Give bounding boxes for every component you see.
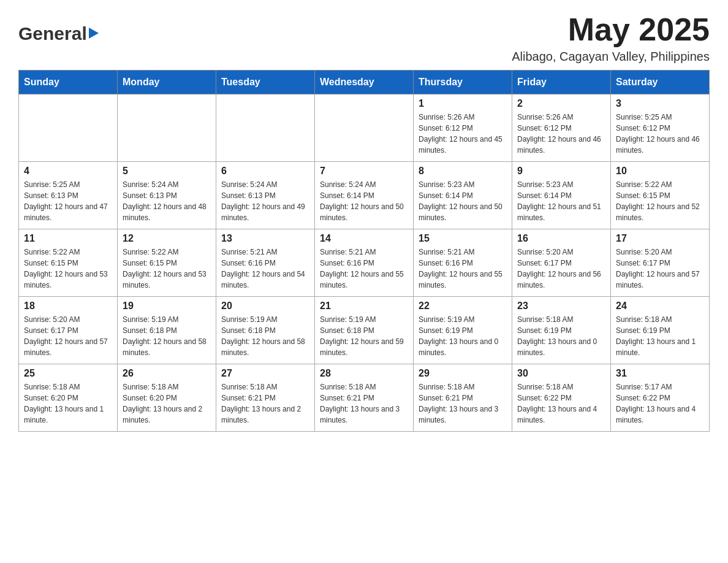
- column-header-tuesday: Tuesday: [216, 71, 315, 94]
- calendar-cell: 9Sunrise: 5:23 AMSunset: 6:14 PMDaylight…: [512, 162, 611, 229]
- calendar-cell: 12Sunrise: 5:22 AMSunset: 6:15 PMDayligh…: [118, 229, 216, 297]
- day-info: Sunrise: 5:19 AMSunset: 6:18 PMDaylight:…: [221, 314, 309, 358]
- day-info: Sunrise: 5:18 AMSunset: 6:22 PMDaylight:…: [517, 381, 605, 426]
- page-title: May 2025: [512, 12, 710, 47]
- calendar-cell: 6Sunrise: 5:24 AMSunset: 6:13 PMDaylight…: [216, 162, 315, 229]
- calendar-cell: 4Sunrise: 5:25 AMSunset: 6:13 PMDaylight…: [19, 162, 118, 229]
- day-number: 20: [221, 301, 309, 312]
- calendar-cell: 31Sunrise: 5:17 AMSunset: 6:22 PMDayligh…: [611, 364, 710, 432]
- calendar-cell: [118, 94, 216, 162]
- day-info: Sunrise: 5:24 AMSunset: 6:13 PMDaylight:…: [221, 179, 309, 223]
- calendar-cell: 2Sunrise: 5:26 AMSunset: 6:12 PMDaylight…: [512, 94, 611, 162]
- day-number: 17: [616, 233, 704, 244]
- day-number: 22: [419, 301, 507, 312]
- day-info: Sunrise: 5:25 AMSunset: 6:12 PMDaylight:…: [616, 112, 704, 156]
- day-info: Sunrise: 5:21 AMSunset: 6:16 PMDaylight:…: [320, 247, 408, 291]
- day-info: Sunrise: 5:26 AMSunset: 6:12 PMDaylight:…: [419, 112, 507, 156]
- day-info: Sunrise: 5:21 AMSunset: 6:16 PMDaylight:…: [419, 247, 507, 291]
- svg-marker-0: [89, 28, 99, 39]
- column-header-friday: Friday: [512, 71, 611, 94]
- day-number: 24: [616, 301, 704, 312]
- calendar-cell: 5Sunrise: 5:24 AMSunset: 6:13 PMDaylight…: [118, 162, 216, 229]
- day-number: 18: [24, 301, 112, 312]
- day-info: Sunrise: 5:24 AMSunset: 6:13 PMDaylight:…: [123, 179, 211, 223]
- calendar-cell: [216, 94, 315, 162]
- day-info: Sunrise: 5:17 AMSunset: 6:22 PMDaylight:…: [616, 381, 704, 426]
- calendar-cell: 15Sunrise: 5:21 AMSunset: 6:16 PMDayligh…: [414, 229, 512, 297]
- day-number: 28: [320, 368, 408, 379]
- calendar-header-row: SundayMondayTuesdayWednesdayThursdayFrid…: [19, 71, 710, 94]
- day-info: Sunrise: 5:23 AMSunset: 6:14 PMDaylight:…: [419, 179, 507, 223]
- logo: General Blue: [18, 12, 116, 55]
- week-row-2: 4Sunrise: 5:25 AMSunset: 6:13 PMDaylight…: [19, 162, 710, 229]
- column-header-monday: Monday: [118, 71, 216, 94]
- logo-general: General: [18, 23, 87, 44]
- day-info: Sunrise: 5:19 AMSunset: 6:19 PMDaylight:…: [419, 314, 507, 358]
- calendar-cell: 8Sunrise: 5:23 AMSunset: 6:14 PMDaylight…: [414, 162, 512, 229]
- day-info: Sunrise: 5:20 AMSunset: 6:17 PMDaylight:…: [517, 247, 605, 291]
- day-info: Sunrise: 5:21 AMSunset: 6:16 PMDaylight:…: [221, 247, 309, 291]
- calendar-cell: 10Sunrise: 5:22 AMSunset: 6:15 PMDayligh…: [611, 162, 710, 229]
- column-header-saturday: Saturday: [611, 71, 710, 94]
- day-info: Sunrise: 5:18 AMSunset: 6:21 PMDaylight:…: [320, 381, 408, 426]
- calendar-cell: 13Sunrise: 5:21 AMSunset: 6:16 PMDayligh…: [216, 229, 315, 297]
- calendar-cell: 3Sunrise: 5:25 AMSunset: 6:12 PMDaylight…: [611, 94, 710, 162]
- calendar-cell: 30Sunrise: 5:18 AMSunset: 6:22 PMDayligh…: [512, 364, 611, 432]
- day-info: Sunrise: 5:22 AMSunset: 6:15 PMDaylight:…: [24, 247, 112, 291]
- day-info: Sunrise: 5:26 AMSunset: 6:12 PMDaylight:…: [517, 112, 605, 156]
- calendar-cell: 17Sunrise: 5:20 AMSunset: 6:17 PMDayligh…: [611, 229, 710, 297]
- logo-arrow-icon: [89, 26, 102, 40]
- calendar-cell: 25Sunrise: 5:18 AMSunset: 6:20 PMDayligh…: [19, 364, 118, 432]
- day-info: Sunrise: 5:19 AMSunset: 6:18 PMDaylight:…: [123, 314, 211, 358]
- calendar-cell: 16Sunrise: 5:20 AMSunset: 6:17 PMDayligh…: [512, 229, 611, 297]
- calendar-cell: 18Sunrise: 5:20 AMSunset: 6:17 PMDayligh…: [19, 297, 118, 364]
- day-info: Sunrise: 5:24 AMSunset: 6:14 PMDaylight:…: [320, 179, 408, 223]
- day-number: 13: [221, 233, 309, 244]
- day-number: 27: [221, 368, 309, 379]
- day-number: 23: [517, 301, 605, 312]
- day-info: Sunrise: 5:22 AMSunset: 6:15 PMDaylight:…: [123, 247, 211, 291]
- calendar-cell: 1Sunrise: 5:26 AMSunset: 6:12 PMDaylight…: [414, 94, 512, 162]
- day-info: Sunrise: 5:18 AMSunset: 6:20 PMDaylight:…: [123, 381, 211, 426]
- day-number: 9: [517, 166, 605, 177]
- day-info: Sunrise: 5:25 AMSunset: 6:13 PMDaylight:…: [24, 179, 112, 223]
- day-number: 21: [320, 301, 408, 312]
- day-number: 11: [24, 233, 112, 244]
- day-info: Sunrise: 5:22 AMSunset: 6:15 PMDaylight:…: [616, 179, 704, 223]
- calendar-cell: [315, 94, 414, 162]
- day-info: Sunrise: 5:18 AMSunset: 6:21 PMDaylight:…: [419, 381, 507, 426]
- day-info: Sunrise: 5:18 AMSunset: 6:20 PMDaylight:…: [24, 381, 112, 426]
- calendar-cell: 20Sunrise: 5:19 AMSunset: 6:18 PMDayligh…: [216, 297, 315, 364]
- day-number: 12: [123, 233, 211, 244]
- week-row-3: 11Sunrise: 5:22 AMSunset: 6:15 PMDayligh…: [19, 229, 710, 297]
- day-info: Sunrise: 5:23 AMSunset: 6:14 PMDaylight:…: [517, 179, 605, 223]
- calendar-table: SundayMondayTuesdayWednesdayThursdayFrid…: [18, 70, 710, 432]
- day-number: 4: [24, 166, 112, 177]
- day-info: Sunrise: 5:19 AMSunset: 6:18 PMDaylight:…: [320, 314, 408, 358]
- day-info: Sunrise: 5:18 AMSunset: 6:19 PMDaylight:…: [517, 314, 605, 358]
- calendar-cell: 11Sunrise: 5:22 AMSunset: 6:15 PMDayligh…: [19, 229, 118, 297]
- column-header-thursday: Thursday: [414, 71, 512, 94]
- week-row-4: 18Sunrise: 5:20 AMSunset: 6:17 PMDayligh…: [19, 297, 710, 364]
- day-number: 30: [517, 368, 605, 379]
- calendar-cell: 26Sunrise: 5:18 AMSunset: 6:20 PMDayligh…: [118, 364, 216, 432]
- calendar-cell: 28Sunrise: 5:18 AMSunset: 6:21 PMDayligh…: [315, 364, 414, 432]
- day-number: 7: [320, 166, 408, 177]
- calendar-cell: 7Sunrise: 5:24 AMSunset: 6:14 PMDaylight…: [315, 162, 414, 229]
- day-number: 25: [24, 368, 112, 379]
- day-number: 29: [419, 368, 507, 379]
- column-header-sunday: Sunday: [19, 71, 118, 94]
- day-info: Sunrise: 5:20 AMSunset: 6:17 PMDaylight:…: [616, 247, 704, 291]
- page-subtitle: Alibago, Cagayan Valley, Philippines: [512, 50, 710, 64]
- calendar-cell: 27Sunrise: 5:18 AMSunset: 6:21 PMDayligh…: [216, 364, 315, 432]
- day-number: 16: [517, 233, 605, 244]
- calendar-cell: [19, 94, 118, 162]
- calendar-cell: 24Sunrise: 5:18 AMSunset: 6:19 PMDayligh…: [611, 297, 710, 364]
- day-info: Sunrise: 5:20 AMSunset: 6:17 PMDaylight:…: [24, 314, 112, 358]
- day-info: Sunrise: 5:18 AMSunset: 6:21 PMDaylight:…: [221, 381, 309, 426]
- calendar-cell: 23Sunrise: 5:18 AMSunset: 6:19 PMDayligh…: [512, 297, 611, 364]
- day-number: 14: [320, 233, 408, 244]
- week-row-1: 1Sunrise: 5:26 AMSunset: 6:12 PMDaylight…: [19, 94, 710, 162]
- day-number: 26: [123, 368, 211, 379]
- day-number: 6: [221, 166, 309, 177]
